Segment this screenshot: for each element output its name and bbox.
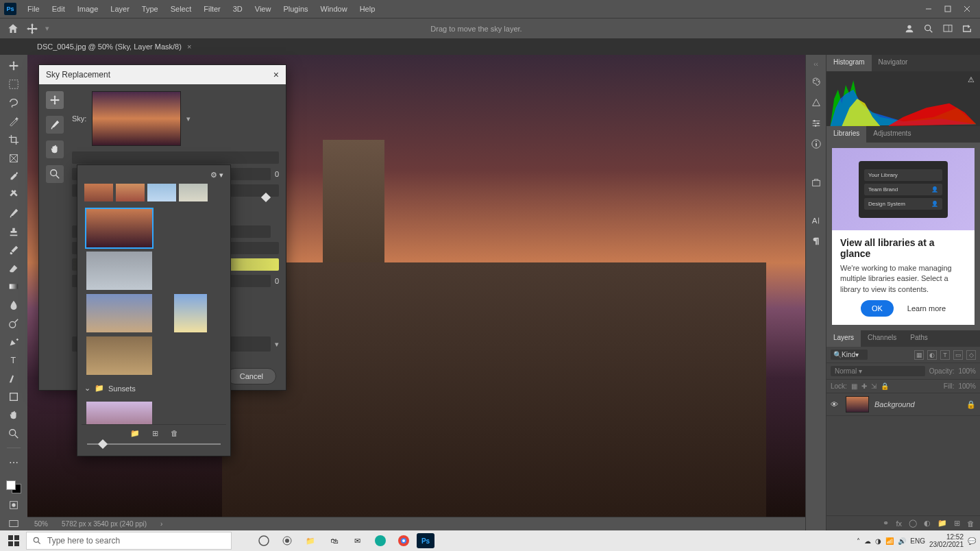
move-tool-icon[interactable] (26, 23, 38, 35)
menu-3d[interactable]: 3D (228, 2, 248, 16)
layer-name[interactable]: Background (874, 400, 961, 408)
filter-pixel-icon[interactable]: ▦ (914, 350, 924, 360)
cortana-icon[interactable] (277, 532, 297, 550)
slider-1[interactable] (72, 151, 279, 164)
character-panel-icon[interactable]: A (810, 215, 822, 227)
menu-image[interactable]: Image (72, 2, 104, 16)
warning-icon[interactable]: ⚠ (968, 75, 975, 84)
close-tab-icon[interactable]: × (187, 42, 191, 51)
sky-grid-thumb[interactable] (86, 294, 152, 332)
edge-icon[interactable] (370, 532, 391, 550)
new-preset-icon[interactable]: ⊞ (152, 429, 158, 438)
menu-view[interactable]: View (249, 2, 277, 16)
blur-tool[interactable] (5, 298, 22, 313)
sky-preview-thumbnail[interactable] (92, 91, 181, 146)
menu-help[interactable]: Help (354, 2, 381, 16)
frame-tool[interactable] (5, 151, 22, 165)
home-icon[interactable] (7, 23, 19, 35)
status-chevron-icon[interactable]: › (160, 520, 162, 528)
zoom-level[interactable]: 50% (34, 520, 48, 528)
language-indicator[interactable]: ENG (910, 537, 925, 545)
sky-preset-thumb[interactable] (116, 184, 145, 201)
tab-paths[interactable]: Paths (903, 330, 935, 347)
brush-tool[interactable] (5, 206, 22, 221)
opacity-value[interactable]: 100% (958, 367, 976, 375)
edit-toolbar[interactable]: ⋯ (5, 455, 22, 469)
sky-grid-thumb[interactable] (86, 336, 152, 375)
tab-channels[interactable]: Channels (861, 330, 903, 347)
tab-histogram[interactable]: Histogram (826, 55, 872, 71)
link-layers-icon[interactable]: ⚭ (883, 519, 889, 528)
tab-libraries[interactable]: Libraries (826, 126, 866, 143)
visibility-icon[interactable]: 👁 (831, 400, 840, 408)
cancel-button[interactable]: Cancel (227, 368, 276, 384)
filter-type-icon[interactable]: T (940, 350, 950, 360)
preset-folder[interactable]: ⌄ 📁 Sunsets (82, 380, 226, 397)
sky-grid-thumb[interactable] (86, 209, 152, 247)
info-panel-icon[interactable] (810, 138, 822, 150)
layer-filter-kind[interactable]: 🔍 Kind ▾ (831, 350, 868, 360)
layer-row[interactable]: 👁 Background 🔒 (826, 393, 980, 416)
share-icon[interactable] (961, 23, 973, 35)
menu-window[interactable]: Window (315, 2, 353, 16)
pen-tool[interactable] (5, 334, 22, 349)
path-tool[interactable] (5, 371, 22, 386)
sky-grid-thumb[interactable] (86, 402, 152, 424)
sky-hand-tool[interactable] (46, 140, 64, 158)
import-sky-icon[interactable]: 📁 (130, 429, 140, 438)
volume-icon[interactable]: 🔊 (898, 537, 906, 545)
taskbar-search[interactable]: Type here to search (26, 532, 232, 550)
onedrive-icon[interactable]: ☁ (864, 537, 871, 545)
adjust-panel-icon[interactable] (810, 117, 822, 130)
sky-move-tool[interactable] (46, 91, 64, 109)
store-icon[interactable]: 🛍 (323, 532, 344, 550)
dodge-tool[interactable] (5, 317, 22, 331)
workspace-icon[interactable] (942, 23, 954, 35)
gear-icon[interactable]: ⚙ ▾ (210, 171, 223, 180)
lock-position-icon[interactable]: ✚ (861, 382, 867, 390)
stamp-tool[interactable] (5, 224, 22, 238)
move-tool[interactable] (5, 59, 22, 73)
menu-type[interactable]: Type (136, 2, 164, 16)
wifi-icon[interactable]: 📶 (885, 537, 894, 545)
start-button[interactable] (4, 535, 23, 546)
crop-tool[interactable] (5, 132, 22, 147)
thumb-size-slider[interactable] (82, 439, 226, 452)
fx-icon[interactable]: fx (896, 519, 902, 528)
dialog-titlebar[interactable]: Sky Replacement × (39, 65, 286, 84)
search-icon[interactable] (922, 23, 935, 35)
sky-grid-thumb[interactable] (86, 252, 152, 290)
color-panel-icon[interactable] (810, 76, 822, 88)
tab-adjustments[interactable]: Adjustments (866, 126, 918, 143)
menu-filter[interactable]: Filter (198, 2, 225, 16)
delete-preset-icon[interactable]: 🗑 (171, 429, 178, 438)
notifications-icon[interactable]: 💬 (968, 537, 976, 545)
hand-tool[interactable] (5, 408, 22, 423)
filter-shape-icon[interactable]: ▭ (953, 350, 963, 360)
chrome-icon[interactable] (393, 532, 414, 550)
adjustment-icon[interactable]: ◐ (924, 519, 931, 528)
blend-mode-select[interactable]: Normal ▾ (831, 366, 925, 376)
history-brush-tool[interactable] (5, 243, 22, 257)
menu-select[interactable]: Select (165, 2, 197, 16)
menu-layer[interactable]: Layer (105, 2, 135, 16)
photoshop-taskbar-icon[interactable]: Ps (417, 533, 434, 548)
eyedropper-tool[interactable] (5, 169, 22, 184)
sky-preset-thumb[interactable] (179, 184, 208, 201)
explorer-icon[interactable]: 📁 (300, 532, 321, 550)
gradient-tool[interactable] (5, 280, 22, 294)
group-icon[interactable]: 📁 (938, 519, 947, 528)
sky-zoom-tool[interactable] (46, 165, 64, 183)
minimize-button[interactable] (920, 2, 938, 16)
lock-artboard-icon[interactable]: ⇲ (871, 382, 877, 390)
color-swatches[interactable] (6, 480, 21, 493)
task-view-icon[interactable] (254, 532, 274, 550)
menu-plugins[interactable]: Plugins (278, 2, 313, 16)
layer-thumbnail[interactable] (846, 396, 869, 413)
tray-icon[interactable]: ◑ (875, 537, 881, 545)
lock-all-icon[interactable]: 🔒 (881, 382, 889, 390)
shape-tool[interactable] (5, 390, 22, 404)
new-layer-icon[interactable]: ⊞ (954, 519, 960, 528)
lock-icon[interactable]: 🔒 (966, 400, 976, 409)
cloud-user-icon[interactable] (903, 23, 916, 35)
